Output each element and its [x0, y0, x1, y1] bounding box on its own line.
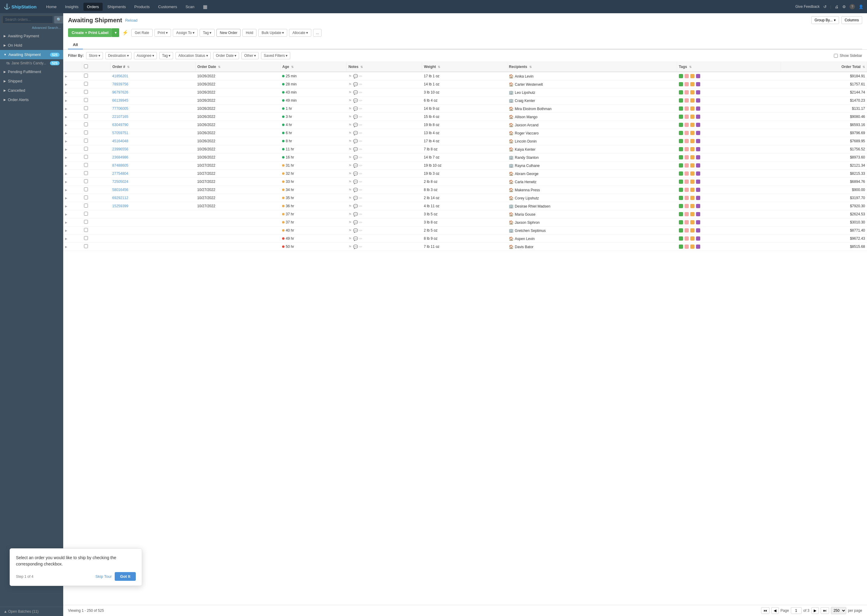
- expand-icon[interactable]: ▶: [65, 221, 68, 224]
- bulk-update-button[interactable]: Bulk Update ▾: [258, 29, 287, 37]
- col-recipients-header[interactable]: Recipients ⇅: [507, 62, 677, 72]
- first-page-button[interactable]: ⏮: [761, 607, 769, 614]
- order-link[interactable]: 41856201: [112, 74, 128, 78]
- expand-icon[interactable]: ▶: [65, 204, 68, 208]
- notes-edit-icon[interactable]: ✏: [359, 171, 363, 176]
- filter-destination[interactable]: Destination ▾: [106, 52, 132, 59]
- col-notes-header[interactable]: Notes ⇅: [347, 62, 422, 72]
- order-link[interactable]: 23684986: [112, 155, 128, 159]
- expand-icon[interactable]: ▶: [65, 148, 68, 151]
- notes-edit-icon[interactable]: ✏: [359, 163, 363, 168]
- order-link[interactable]: 87488605: [112, 163, 128, 168]
- notes-flag-icon[interactable]: ⚑: [348, 245, 352, 249]
- nav-home[interactable]: Home: [43, 3, 60, 11]
- sidebar-item-cancelled[interactable]: ▶ Cancelled: [0, 86, 63, 95]
- row-checkbox[interactable]: [84, 130, 88, 134]
- nav-scan[interactable]: Scan: [182, 3, 198, 11]
- notes-edit-icon[interactable]: ✏: [359, 139, 363, 143]
- notes-message-icon[interactable]: 💬: [353, 123, 358, 127]
- row-checkbox[interactable]: [84, 163, 88, 167]
- row-checkbox[interactable]: [84, 147, 88, 151]
- notes-message-icon[interactable]: 💬: [353, 171, 358, 176]
- notes-edit-icon[interactable]: ✏: [359, 107, 363, 111]
- notes-flag-icon[interactable]: ⚑: [348, 131, 352, 135]
- notes-message-icon[interactable]: 💬: [353, 98, 358, 103]
- notes-flag-icon[interactable]: ⚑: [348, 123, 352, 127]
- notes-message-icon[interactable]: 💬: [353, 155, 358, 160]
- notes-edit-icon[interactable]: ✏: [359, 98, 363, 103]
- got-it-button[interactable]: Got It: [115, 572, 136, 581]
- row-checkbox[interactable]: [84, 82, 88, 86]
- order-link[interactable]: 96797626: [112, 90, 128, 94]
- notes-edit-icon[interactable]: ✏: [359, 204, 363, 209]
- expand-icon[interactable]: ▶: [65, 172, 68, 175]
- filter-saved-filters[interactable]: Saved Filters ▾: [261, 52, 290, 59]
- notes-flag-icon[interactable]: ⚑: [348, 204, 352, 209]
- notes-edit-icon[interactable]: ✏: [359, 245, 363, 249]
- notes-flag-icon[interactable]: ⚑: [348, 163, 352, 168]
- notes-flag-icon[interactable]: ⚑: [348, 179, 352, 184]
- reload-link[interactable]: Reload: [125, 18, 137, 22]
- notes-message-icon[interactable]: 💬: [353, 236, 358, 241]
- notes-message-icon[interactable]: 💬: [353, 115, 358, 119]
- filter-store[interactable]: Store ▾: [86, 52, 103, 59]
- notes-flag-icon[interactable]: ⚑: [348, 171, 352, 176]
- tab-all[interactable]: All: [68, 41, 83, 49]
- order-link[interactable]: 63049790: [112, 123, 128, 127]
- open-batches[interactable]: ▲ Open Batches (11): [0, 607, 63, 616]
- expand-icon[interactable]: ▶: [65, 229, 68, 232]
- notes-message-icon[interactable]: 💬: [353, 163, 358, 168]
- hold-button[interactable]: Hold: [242, 29, 257, 37]
- order-link[interactable]: 57059751: [112, 131, 128, 135]
- col-tags-header[interactable]: Tags ⇅: [677, 62, 781, 72]
- notes-message-icon[interactable]: 💬: [353, 212, 358, 217]
- show-sidebar-checkbox[interactable]: [834, 54, 838, 58]
- nav-grid-icon[interactable]: ▦: [199, 2, 211, 11]
- nav-customers[interactable]: Customers: [154, 3, 181, 11]
- notes-edit-icon[interactable]: ✏: [359, 212, 363, 217]
- notes-flag-icon[interactable]: ⚑: [348, 139, 352, 143]
- notes-edit-icon[interactable]: ✏: [359, 74, 363, 79]
- row-checkbox[interactable]: [84, 179, 88, 183]
- filter-assignee[interactable]: Assignee ▾: [134, 52, 157, 59]
- order-link[interactable]: 58016456: [112, 188, 128, 192]
- col-order-header[interactable]: Order # ⇅: [110, 62, 195, 72]
- notes-message-icon[interactable]: 💬: [353, 139, 358, 143]
- expand-icon[interactable]: ▶: [65, 140, 68, 143]
- columns-button[interactable]: Columns: [842, 16, 862, 24]
- expand-icon[interactable]: ▶: [65, 196, 68, 200]
- sidebar-item-awaiting-shipment[interactable]: ▼ Awaiting Shipment 525: [0, 50, 63, 59]
- get-rate-button[interactable]: Get Rate: [131, 29, 152, 37]
- notes-flag-icon[interactable]: ⚑: [348, 155, 352, 160]
- filter-allocation-status[interactable]: Allocation Status ▾: [175, 52, 210, 59]
- expand-icon[interactable]: ▶: [65, 99, 68, 102]
- expand-icon[interactable]: ▶: [65, 75, 68, 78]
- sidebar-item-order-alerts[interactable]: ▶ Order Alerts: [0, 95, 63, 104]
- expand-icon[interactable]: ▶: [65, 107, 68, 110]
- notes-flag-icon[interactable]: ⚑: [348, 82, 352, 86]
- filter-order-date[interactable]: Order Date ▾: [213, 52, 239, 59]
- settings-icon[interactable]: ⚙: [842, 5, 846, 9]
- notes-message-icon[interactable]: 💬: [353, 147, 358, 152]
- notes-message-icon[interactable]: 💬: [353, 179, 358, 184]
- notes-edit-icon[interactable]: ✏: [359, 196, 363, 200]
- sidebar-item-pending-fulfillment[interactable]: ▶ Pending Fulfillment: [0, 67, 63, 76]
- notes-message-icon[interactable]: 💬: [353, 188, 358, 192]
- notes-message-icon[interactable]: 💬: [353, 228, 358, 233]
- skip-tour-button[interactable]: Skip Tour: [95, 574, 112, 579]
- give-feedback-link[interactable]: Give Feedback: [795, 5, 820, 9]
- user-icon[interactable]: 👤: [859, 5, 863, 9]
- notes-message-icon[interactable]: 💬: [353, 90, 358, 95]
- notes-flag-icon[interactable]: ⚑: [348, 98, 352, 103]
- per-page-select[interactable]: 250 100 50: [831, 607, 846, 614]
- more-button[interactable]: ...: [313, 29, 322, 37]
- notes-message-icon[interactable]: 💬: [353, 220, 358, 225]
- print-button[interactable]: Print ▾: [154, 29, 171, 37]
- sidebar-item-on-hold[interactable]: ▶ On Hold: [0, 41, 63, 50]
- notes-message-icon[interactable]: 💬: [353, 196, 358, 200]
- print-icon[interactable]: 🖨: [835, 5, 839, 9]
- order-link[interactable]: 22107165: [112, 115, 128, 119]
- row-checkbox[interactable]: [84, 204, 88, 207]
- notes-flag-icon[interactable]: ⚑: [348, 74, 352, 79]
- search-button[interactable]: 🔍: [54, 16, 63, 24]
